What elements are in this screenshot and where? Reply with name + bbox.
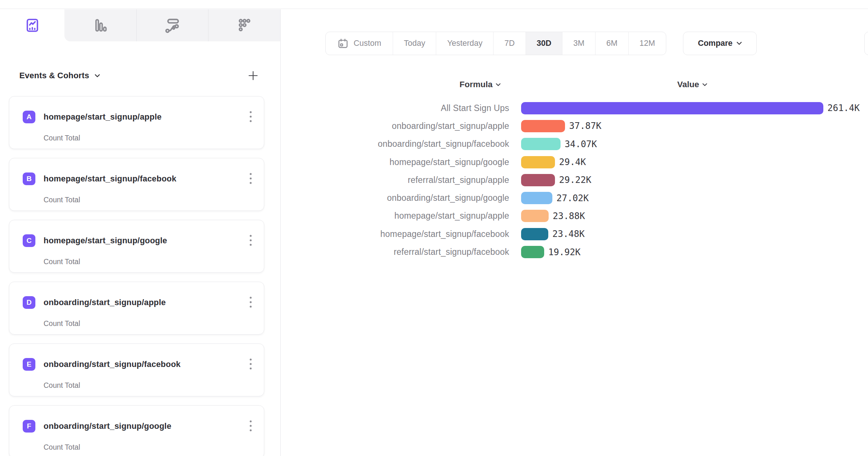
kebab-menu-icon[interactable] (245, 234, 256, 247)
chart-row-value: 23.88K (553, 211, 585, 221)
chart-bar[interactable] (521, 192, 552, 204)
sidebar: Events & Cohorts A homepage/start_signup… (0, 9, 281, 456)
calendar-icon (337, 38, 349, 49)
chart-row-value: 34.07K (565, 139, 597, 149)
chart-row-value: 261.4K (827, 103, 860, 113)
event-card[interactable]: D onboarding/start_signup/apple Count To… (9, 282, 264, 335)
tab-funnels[interactable] (64, 9, 136, 41)
chart-row-label: onboarding/start_signup/google (335, 193, 509, 203)
event-card[interactable]: F onboarding/start_signup/google Count T… (9, 405, 264, 456)
chart-bar[interactable] (521, 102, 823, 114)
chart-row-value: 23.48K (552, 229, 585, 239)
event-metric[interactable]: Count Total (44, 134, 80, 142)
chart-row-value: 37.87K (569, 121, 601, 131)
date-range-12m[interactable]: 12M (628, 32, 666, 55)
chart-bar[interactable] (521, 156, 555, 168)
event-metric[interactable]: Count Total (44, 443, 80, 452)
chart-bar[interactable] (521, 174, 555, 186)
event-metric[interactable]: Count Total (44, 381, 80, 390)
formula-header-label: Formula (460, 80, 493, 89)
add-event-button[interactable] (247, 69, 259, 82)
event-name: onboarding/start_signup/google (44, 421, 171, 431)
chart-row-label: onboarding/start_signup/facebook (335, 139, 509, 149)
date-range-label: 3M (573, 39, 584, 48)
chart-row: referral/start_signup/apple 29.22K (335, 171, 867, 189)
event-card-list: A homepage/start_signup/apple Count Tota… (9, 96, 264, 456)
chart-row: homepage/start_signup/google 29.4K (335, 153, 867, 171)
event-card[interactable]: A homepage/start_signup/apple Count Tota… (9, 96, 264, 149)
event-card[interactable]: C homepage/start_signup/google Count Tot… (9, 220, 264, 273)
chart-row: All Start Sign Ups 261.4K (335, 99, 867, 117)
event-metric[interactable]: Count Total (44, 257, 80, 266)
clipped-edge-button[interactable] (864, 32, 868, 55)
formula-header-dropdown[interactable]: Formula (449, 80, 512, 89)
event-card[interactable]: B homepage/start_signup/facebook Count T… (9, 158, 264, 211)
chevron-down-icon (737, 42, 742, 45)
event-card[interactable]: E onboarding/start_signup/facebook Count… (9, 343, 264, 396)
date-range-label: Custom (354, 39, 381, 48)
tab-insights[interactable] (0, 9, 64, 41)
event-name: homepage/start_signup/google (44, 236, 167, 246)
value-header-label: Value (677, 80, 699, 89)
date-range-3m[interactable]: 3M (562, 32, 595, 55)
date-range-label: Today (404, 39, 425, 48)
report-type-tabs (0, 9, 280, 41)
chart-row-value: 27.02K (556, 193, 589, 203)
date-range-today[interactable]: Today (393, 32, 436, 55)
events-cohorts-dropdown[interactable]: Events & Cohorts (19, 71, 100, 80)
chart-row-value: 29.4K (559, 157, 586, 167)
event-metric[interactable]: Count Total (44, 196, 80, 204)
compare-button[interactable]: Compare (683, 32, 757, 55)
date-range-yesterday[interactable]: Yesterday (436, 32, 493, 55)
chart-row-value: 19.92K (548, 247, 581, 257)
chart-bar[interactable] (521, 210, 549, 222)
event-letter-badge: E (23, 358, 35, 371)
date-range-selector: CustomTodayYesterday7D30D3M6M12M (325, 32, 666, 55)
chart-row-label: referral/start_signup/facebook (335, 247, 509, 257)
dots-grid-icon (236, 17, 253, 34)
event-name: homepage/start_signup/apple (44, 112, 162, 122)
tab-retention[interactable] (208, 9, 280, 41)
events-cohorts-title: Events & Cohorts (19, 71, 89, 80)
flows-icon (164, 17, 181, 34)
event-metric[interactable]: Count Total (44, 319, 80, 328)
chart-bar[interactable] (521, 120, 565, 132)
chart-row: onboarding/start_signup/facebook 34.07K (335, 135, 867, 153)
event-name: onboarding/start_signup/facebook (44, 360, 181, 369)
kebab-menu-icon[interactable] (245, 357, 256, 371)
date-range-label: 30D (537, 39, 551, 48)
chart-row-label: referral/start_signup/apple (335, 175, 509, 185)
chart-row-label: All Start Sign Ups (335, 103, 509, 113)
date-range-label: 12M (639, 39, 655, 48)
date-range-6m[interactable]: 6M (595, 32, 628, 55)
chart-bar[interactable] (521, 138, 561, 150)
date-range-label: Yesterday (447, 39, 482, 48)
chart-bar[interactable] (521, 228, 548, 240)
chart-row: homepage/start_signup/facebook 23.48K (335, 225, 867, 243)
event-letter-badge: C (23, 234, 35, 247)
value-header-dropdown[interactable]: Value (663, 80, 722, 89)
date-range-7d[interactable]: 7D (493, 32, 525, 55)
line-chart-icon (24, 17, 41, 34)
date-range-30d[interactable]: 30D (526, 32, 562, 55)
chart-row-value: 29.22K (559, 175, 591, 185)
kebab-menu-icon[interactable] (245, 172, 256, 185)
chart-bar[interactable] (521, 246, 544, 258)
event-letter-badge: D (23, 296, 35, 309)
event-letter-badge: F (23, 420, 35, 433)
event-letter-badge: B (23, 172, 35, 185)
chart-row-label: onboarding/start_signup/apple (335, 121, 509, 131)
chart-row-label: homepage/start_signup/google (335, 157, 509, 167)
chart-row: homepage/start_signup/apple 23.88K (335, 207, 867, 225)
event-name: onboarding/start_signup/apple (44, 298, 166, 307)
event-letter-badge: A (23, 111, 35, 123)
bar-chart-icon (92, 17, 108, 34)
kebab-menu-icon[interactable] (245, 419, 256, 433)
chart-row: onboarding/start_signup/google 27.02K (335, 189, 867, 207)
chart-row: onboarding/start_signup/apple 37.87K (335, 117, 867, 135)
tab-flows[interactable] (136, 9, 208, 41)
plus-icon (248, 70, 259, 81)
date-range-custom[interactable]: Custom (326, 32, 393, 55)
kebab-menu-icon[interactable] (245, 110, 256, 123)
kebab-menu-icon[interactable] (245, 295, 256, 309)
